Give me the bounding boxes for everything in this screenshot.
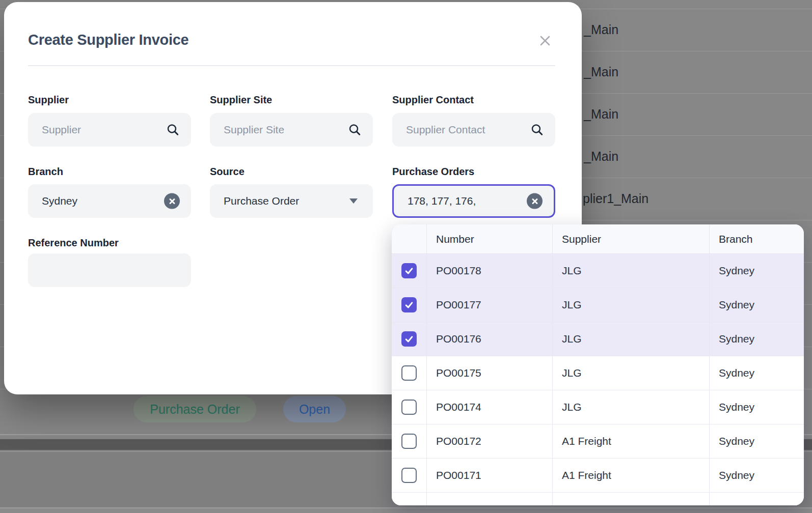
source-label: Source: [210, 166, 245, 178]
source-value: Purchase Order: [224, 195, 299, 207]
clear-x-icon: [169, 197, 176, 205]
po-branch-cell: Sydney: [710, 288, 804, 322]
bg-badge-purchase-order-label: Purchase Order: [150, 402, 239, 417]
po-row-checkbox[interactable]: [392, 459, 427, 492]
po-row-checkbox[interactable]: [392, 288, 427, 322]
po-branch-cell: Sydney: [710, 254, 804, 288]
po-supplier-cell: JLG: [553, 356, 710, 390]
branch-value: Sydney: [42, 195, 77, 207]
close-icon: [538, 34, 552, 48]
po-header-number: Number: [427, 224, 553, 253]
po-header-supplier: Supplier: [553, 224, 710, 253]
po-branch-cell: Sydney: [710, 356, 804, 390]
po-supplier-cell: A1 Freight: [553, 424, 710, 458]
bg-supplier-site-text: _Main: [584, 65, 618, 79]
supplier-label: Supplier: [28, 94, 69, 106]
branch-label: Branch: [28, 166, 63, 178]
po-row-checkbox[interactable]: [392, 322, 427, 356]
reference-number-input[interactable]: [28, 253, 191, 287]
purchase-orders-value: 178, 177, 176,: [408, 195, 476, 207]
search-icon[interactable]: [166, 123, 180, 137]
po-row-checkbox[interactable]: [392, 356, 427, 390]
header-divider: [28, 65, 555, 66]
po-table-header: Number Supplier Branch: [392, 224, 804, 254]
po-number-cell: PO00176: [427, 322, 553, 356]
bg-supplier-site-text: _Main: [584, 107, 618, 122]
po-branch-cell: Sydney: [710, 459, 804, 492]
branch-input[interactable]: Sydney: [28, 184, 191, 218]
bg-badge-purchase-order: Purchase Order: [133, 396, 256, 422]
supplier-contact-placeholder: Supplier Contact: [406, 124, 485, 136]
po-number-cell: PO00178: [427, 254, 553, 288]
supplier-input[interactable]: Supplier: [28, 113, 191, 147]
po-branch-cell: Sydney: [710, 322, 804, 356]
supplier-contact-input[interactable]: Supplier Contact: [392, 113, 555, 147]
po-row-checkbox[interactable]: [392, 390, 427, 424]
po-branch-cell: [710, 493, 804, 505]
po-table-row-partial: [392, 493, 804, 505]
close-button[interactable]: [534, 30, 556, 52]
po-branch-cell: Sydney: [710, 424, 804, 458]
supplier-contact-label: Supplier Contact: [392, 94, 474, 106]
po-row-checkbox[interactable]: [392, 254, 427, 288]
bg-supplier-site-text: plier1_Main: [583, 191, 648, 206]
supplier-site-label: Supplier Site: [210, 94, 272, 106]
search-icon[interactable]: [348, 123, 362, 137]
clear-purchase-orders-button[interactable]: [527, 193, 543, 209]
clear-branch-button[interactable]: [164, 193, 180, 209]
po-number-cell: PO00171: [427, 459, 553, 492]
po-table-row[interactable]: PO00171 A1 Freight Sydney: [392, 459, 804, 493]
purchase-orders-input[interactable]: 178, 177, 176,: [392, 184, 555, 218]
po-supplier-cell: A1 Freight: [553, 459, 710, 492]
bg-supplier-site-text: _Main: [584, 22, 618, 37]
clear-x-icon: [531, 197, 538, 205]
search-icon[interactable]: [530, 123, 544, 137]
po-table-row[interactable]: PO00175 JLG Sydney: [392, 356, 804, 390]
po-number-cell: PO00174: [427, 390, 553, 424]
po-header-branch: Branch: [710, 224, 804, 253]
reference-number-label: Reference Number: [28, 237, 119, 249]
po-row-checkbox[interactable]: [392, 424, 427, 458]
bg-badge-open-label: Open: [299, 402, 330, 417]
supplier-site-input[interactable]: Supplier Site: [210, 113, 373, 147]
bg-bottom-strip: [0, 508, 812, 513]
supplier-site-placeholder: Supplier Site: [224, 124, 284, 136]
po-supplier-cell: JLG: [553, 288, 710, 322]
po-table-row[interactable]: PO00177 JLG Sydney: [392, 288, 804, 322]
po-row-checkbox: [392, 493, 427, 505]
po-number-cell: PO00172: [427, 424, 553, 458]
po-number-cell: PO00177: [427, 288, 553, 322]
po-table-row[interactable]: PO00172 A1 Freight Sydney: [392, 424, 804, 459]
po-supplier-cell: JLG: [553, 322, 710, 356]
po-supplier-cell: JLG: [553, 390, 710, 424]
purchase-orders-dropdown: Number Supplier Branch PO00178 JLG Sydne…: [392, 224, 804, 505]
po-table-row[interactable]: PO00176 JLG Sydney: [392, 322, 804, 356]
po-header-checkbox-col: [392, 224, 427, 253]
po-supplier-cell: [553, 493, 710, 505]
po-branch-cell: Sydney: [710, 390, 804, 424]
po-table-row[interactable]: PO00174 JLG Sydney: [392, 390, 804, 424]
po-number-cell: PO00175: [427, 356, 553, 390]
po-supplier-cell: JLG: [553, 254, 710, 288]
po-number-cell: [427, 493, 553, 505]
modal-title: Create Supplier Invoice: [28, 32, 188, 48]
supplier-placeholder: Supplier: [42, 124, 81, 136]
po-table-row[interactable]: PO00178 JLG Sydney: [392, 254, 804, 288]
bg-badge-open: Open: [283, 396, 346, 422]
bg-supplier-site-text: _Main: [584, 149, 618, 164]
purchase-orders-label: Purchase Orders: [392, 166, 474, 178]
source-select[interactable]: Purchase Order: [210, 184, 373, 218]
chevron-down-icon: [349, 198, 358, 204]
